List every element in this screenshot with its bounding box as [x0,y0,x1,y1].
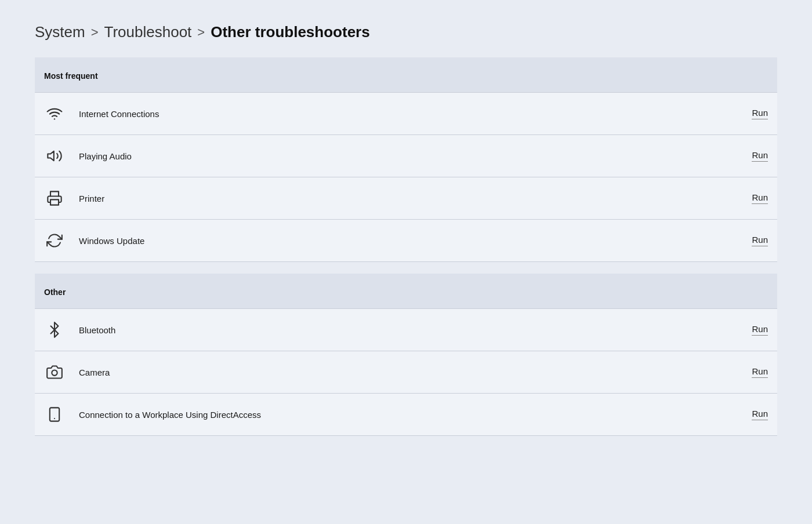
printer-run-button[interactable]: Run [752,192,768,204]
breadcrumb-current: Other troubleshooters [211,23,369,41]
playing-audio-left: Playing Audio [44,145,132,166]
workplace-label: Connection to a Workplace Using DirectAc… [79,410,261,420]
breadcrumb-sep1: > [91,25,99,40]
workplace-icon [44,404,65,425]
workplace-left: Connection to a Workplace Using DirectAc… [44,404,261,425]
breadcrumb-sep2: > [197,25,205,40]
svg-marker-1 [48,151,54,161]
camera-left: Camera [44,362,110,383]
most-frequent-label: Most frequent [44,71,768,81]
printer-icon [44,188,65,209]
other-label: Other [44,288,768,297]
breadcrumb-troubleshoot[interactable]: Troubleshoot [104,23,192,41]
internet-connections-item[interactable]: Internet Connections Run [35,93,777,135]
windows-update-left: Windows Update [44,230,144,251]
windows-update-label: Windows Update [79,236,144,246]
svg-point-3 [52,370,57,376]
printer-label: Printer [79,194,104,203]
workplace-run-button[interactable]: Run [752,409,768,420]
wifi-icon [44,103,65,124]
camera-run-button[interactable]: Run [752,366,768,378]
svg-rect-4 [50,407,59,421]
breadcrumb: System > Troubleshoot > Other troublesho… [35,23,777,41]
breadcrumb-system[interactable]: System [35,23,85,41]
camera-icon [44,362,65,383]
windows-update-item[interactable]: Windows Update Run [35,220,777,262]
other-section-header: Other [35,274,777,308]
printer-left: Printer [44,188,104,209]
internet-connections-label: Internet Connections [79,109,159,119]
svg-rect-2 [50,199,59,205]
playing-audio-label: Playing Audio [79,151,132,161]
internet-connections-left: Internet Connections [44,103,159,124]
bluetooth-label: Bluetooth [79,325,115,335]
bluetooth-run-button[interactable]: Run [752,324,768,336]
playing-audio-run-button[interactable]: Run [752,150,768,162]
bluetooth-icon [44,319,65,340]
camera-item[interactable]: Camera Run [35,351,777,394]
printer-item[interactable]: Printer Run [35,177,777,220]
most-frequent-section-header: Most frequent [35,57,777,92]
update-icon [44,230,65,251]
workplace-item[interactable]: Connection to a Workplace Using DirectAc… [35,394,777,436]
camera-label: Camera [79,367,110,377]
bluetooth-item[interactable]: Bluetooth Run [35,309,777,351]
audio-icon [44,145,65,166]
svg-point-0 [54,118,55,119]
windows-update-run-button[interactable]: Run [752,235,768,246]
playing-audio-item[interactable]: Playing Audio Run [35,135,777,177]
bluetooth-left: Bluetooth [44,319,115,340]
internet-connections-run-button[interactable]: Run [752,108,768,119]
